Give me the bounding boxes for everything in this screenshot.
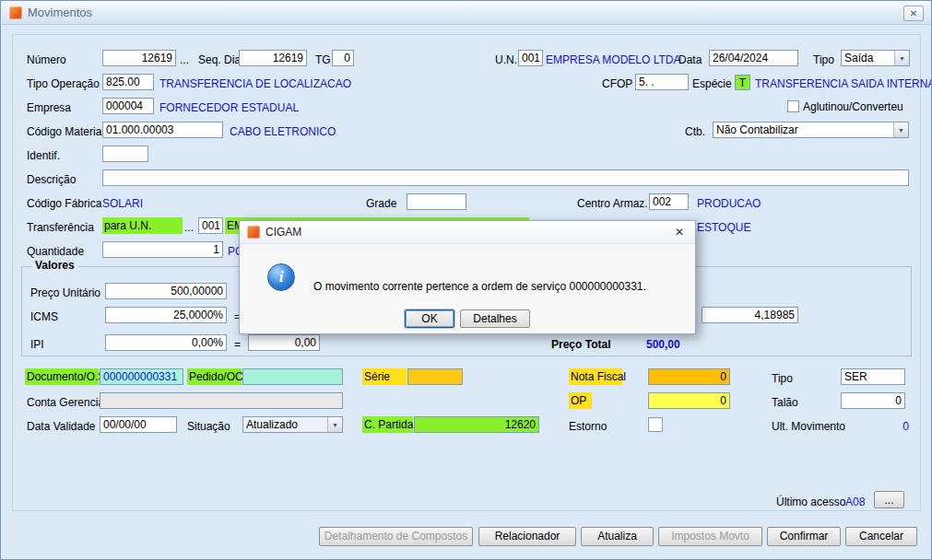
dialog-title: CIGAM xyxy=(265,226,301,239)
c-partida-chip: C. Partida xyxy=(362,416,413,433)
data-validade-input[interactable] xyxy=(100,416,177,433)
valores-legend: Valores xyxy=(31,259,78,272)
codigo-fabrica-value: SOLARI xyxy=(102,195,143,212)
pedido-oc-input[interactable] xyxy=(242,368,343,385)
tipo-operacao-desc: TRANSFERENCIA DE LOCALIZACAO xyxy=(159,76,351,92)
data-input[interactable] xyxy=(709,50,798,66)
tipo-combobox[interactable]: Saída xyxy=(841,50,910,66)
tg-input[interactable] xyxy=(332,50,354,66)
situacao-combobox[interactable]: Atualizado xyxy=(242,416,343,433)
cancelar-button[interactable]: Cancelar xyxy=(845,527,917,546)
ult-movimento-label: Ult. Movimento xyxy=(772,418,845,435)
estorno-box[interactable] xyxy=(648,417,663,432)
tipo-combobox-value: Saída xyxy=(842,51,894,65)
cfop-input[interactable] xyxy=(635,74,689,90)
ultimo-acesso-browse-button[interactable]: ... xyxy=(874,491,904,508)
ctb-label: Ctb. xyxy=(685,123,705,140)
situacao-label: Situação xyxy=(187,418,230,435)
preco-total-label: Preço Total xyxy=(551,336,610,353)
codigo-material-label: Código Material xyxy=(27,123,104,140)
icms-input[interactable] xyxy=(105,307,227,323)
quantidade-input[interactable] xyxy=(102,241,223,258)
centro-armaz-desc: PRODUCAO xyxy=(697,195,761,212)
window-close-button[interactable]: ✕ xyxy=(903,6,924,21)
un-code-input[interactable] xyxy=(518,50,543,66)
tipo-operacao-input[interactable] xyxy=(102,74,154,90)
atualiza-button[interactable]: Atualiza xyxy=(581,527,654,546)
tipo-doc-label: Tipo xyxy=(772,370,793,387)
cigam-logo-icon xyxy=(247,226,260,239)
numero-input[interactable] xyxy=(102,50,176,66)
ipi-input[interactable] xyxy=(105,334,227,351)
transferencia-browse-button[interactable]: ... xyxy=(184,219,194,236)
chevron-down-icon[interactable] xyxy=(894,51,909,65)
nota-fiscal-chip: Nota Fiscal xyxy=(569,368,622,385)
app-logo-icon xyxy=(9,6,22,19)
transferencia-modo-chip[interactable]: para U.N. xyxy=(102,217,183,234)
ipi-equals-text: = xyxy=(234,336,241,353)
un-name-text: EMPRESA MODELO LTDA xyxy=(546,52,680,68)
impostos-movto-button[interactable]: Impostos Movto xyxy=(658,527,762,546)
dialog-close-button[interactable]: ✕ xyxy=(671,226,688,239)
dialog-titlebar[interactable]: CIGAM ✕ xyxy=(240,221,695,244)
info-icon: i xyxy=(267,263,295,291)
detalhes-button[interactable]: Detalhes xyxy=(460,309,530,328)
seq-dia-label: Seq. Dia xyxy=(198,52,241,68)
tipo-label: Tipo xyxy=(813,52,834,68)
numero-browse-button[interactable]: ... xyxy=(180,52,189,68)
movimentos-window: Movimentos ✕ Número ... Seq. Dia TG U.N.… xyxy=(0,0,932,560)
estorno-label: Estorno xyxy=(569,418,607,435)
ult-movimento-value: 0 xyxy=(867,418,909,435)
ipi-valor-input[interactable] xyxy=(248,334,320,351)
situacao-combobox-value: Atualizado xyxy=(243,417,327,432)
ipi-label: IPI xyxy=(30,336,44,353)
chevron-down-icon[interactable] xyxy=(327,417,342,432)
codigo-material-desc: CABO ELETRONICO xyxy=(230,123,336,140)
centro-armaz-input[interactable] xyxy=(649,193,689,210)
grade-input[interactable] xyxy=(407,193,466,210)
ok-button[interactable]: OK xyxy=(405,309,454,328)
ultimo-acesso-value: A08 xyxy=(845,494,865,510)
detalhamento-compostos-button[interactable]: Detalhamento de Compostos xyxy=(319,527,473,546)
tipo-doc-input[interactable] xyxy=(841,368,905,385)
op-input[interactable] xyxy=(648,392,730,409)
window-titlebar[interactable]: Movimentos xyxy=(2,1,930,25)
tg-label: TG xyxy=(315,52,331,68)
especie-desc: TRANSFERENCIA SAIDA INTERNA xyxy=(755,76,932,92)
aglutinou-checkbox[interactable] xyxy=(787,100,799,112)
descricao-input[interactable] xyxy=(102,169,909,186)
conta-gerencial-label: Conta Gerencial xyxy=(27,394,107,411)
identif-input[interactable] xyxy=(102,146,148,162)
serie-input[interactable] xyxy=(407,368,463,385)
empresa-desc: FORNECEDOR ESTADUAL xyxy=(159,99,299,116)
confirmar-button[interactable]: Confirmar xyxy=(767,527,841,546)
relacionador-button[interactable]: Relacionador xyxy=(478,527,576,546)
c-partida-input[interactable] xyxy=(414,416,539,433)
serie-chip: Série xyxy=(362,368,407,385)
talao-input[interactable] xyxy=(841,392,905,409)
identif-label: Identif. xyxy=(27,147,60,164)
numero-label: Número xyxy=(27,52,66,68)
centro-armaz-label: Centro Armaz. xyxy=(577,195,648,212)
cfop-label: CFOP xyxy=(602,76,632,92)
ctb-combobox-value: Não Contabilizar xyxy=(714,122,893,137)
icms-valor-input[interactable] xyxy=(702,307,798,323)
transferencia-un-input[interactable] xyxy=(198,217,223,234)
especie-value-box[interactable]: T xyxy=(735,75,750,90)
conta-gerencial-input[interactable] xyxy=(100,392,343,409)
transferencia-label: Transferência xyxy=(27,219,94,236)
chevron-down-icon[interactable] xyxy=(893,122,908,137)
descricao-label: Descrição xyxy=(27,171,76,188)
codigo-material-input[interactable] xyxy=(102,122,223,138)
preco-unitario-input[interactable] xyxy=(105,283,227,299)
icms-label: ICMS xyxy=(30,309,58,325)
empresa-input[interactable] xyxy=(102,98,154,114)
ctb-combobox[interactable]: Não Contabilizar xyxy=(713,122,909,138)
window-title: Movimentos xyxy=(28,6,92,19)
ultimo-acesso-label: Último acesso xyxy=(776,494,845,510)
seq-dia-input[interactable] xyxy=(239,50,307,66)
nota-fiscal-input[interactable] xyxy=(648,368,730,385)
documento-os-input[interactable] xyxy=(100,368,183,385)
documento-os-chip: Documento/O.S xyxy=(25,368,99,385)
quantidade-label: Quantidade xyxy=(27,243,84,260)
